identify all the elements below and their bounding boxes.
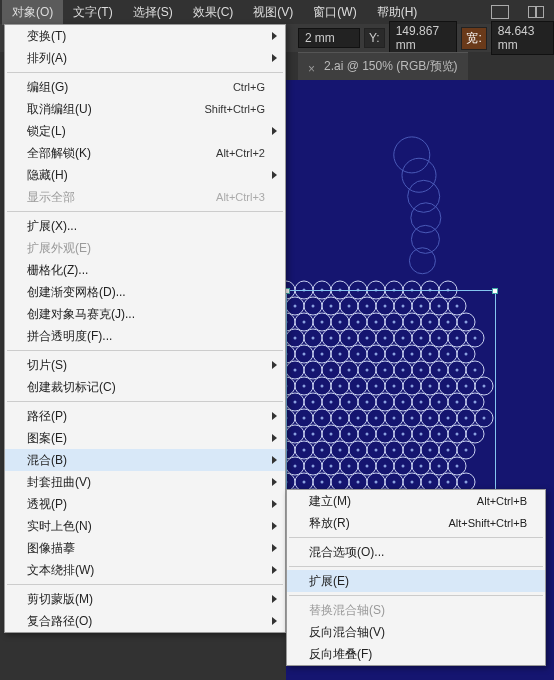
menu-item[interactable]: 创建渐变网格(D)... <box>5 281 285 303</box>
tab-label: 2.ai @ 150% (RGB/预览) <box>324 58 458 75</box>
menu-item[interactable]: 图像描摹 <box>5 537 285 559</box>
menu-item[interactable]: 封套扭曲(V) <box>5 471 285 493</box>
arrange-icon[interactable] <box>524 2 548 22</box>
menu-item[interactable]: 透视(P) <box>5 493 285 515</box>
menu-item-label: 创建渐变网格(D)... <box>27 284 126 301</box>
shortcut: Alt+Ctrl+B <box>477 495 527 507</box>
menu-item[interactable]: 编组(G)Ctrl+G <box>5 76 285 98</box>
submenu-arrow-icon <box>272 478 277 486</box>
menu-item-label: 剪切蒙版(M) <box>27 591 93 608</box>
menu-item[interactable]: 栅格化(Z)... <box>5 259 285 281</box>
svg-point-2 <box>408 180 440 212</box>
submenu-item-label: 释放(R) <box>309 515 350 532</box>
submenu-item-label: 反向混合轴(V) <box>309 624 385 641</box>
menu-item[interactable]: 创建对象马赛克(J)... <box>5 303 285 325</box>
menu-item[interactable]: 隐藏(H) <box>5 164 285 186</box>
y-value[interactable]: 149.867 mm <box>389 21 458 55</box>
menu-item[interactable]: 实时上色(N) <box>5 515 285 537</box>
menu-item[interactable]: 锁定(L) <box>5 120 285 142</box>
shortcut: Alt+Shift+Ctrl+B <box>448 517 527 529</box>
w-value[interactable]: 84.643 mm <box>491 21 554 55</box>
submenu-arrow-icon <box>272 32 277 40</box>
shortcut: Shift+Ctrl+G <box>204 103 265 115</box>
menu-item-label: 隐藏(H) <box>27 167 68 184</box>
menu-item[interactable]: 取消编组(U)Shift+Ctrl+G <box>5 98 285 120</box>
menu-item-label: 文本绕排(W) <box>27 562 94 579</box>
menu-item[interactable]: 剪切蒙版(M) <box>5 588 285 610</box>
menu-item[interactable]: 拼合透明度(F)... <box>5 325 285 347</box>
submenu-item[interactable]: 混合选项(O)... <box>287 541 545 563</box>
menu-item-label: 扩展外观(E) <box>27 240 91 257</box>
svg-point-5 <box>409 248 435 274</box>
menu-item-label: 创建裁切标记(C) <box>27 379 116 396</box>
menu-text[interactable]: 文字(T) <box>63 0 122 25</box>
menu-item-label: 编组(G) <box>27 79 68 96</box>
layout-icon[interactable] <box>488 2 512 22</box>
menu-item[interactable]: 文本绕排(W) <box>5 559 285 581</box>
menu-item[interactable]: 图案(E) <box>5 427 285 449</box>
menu-item[interactable]: 扩展(X)... <box>5 215 285 237</box>
svg-point-1 <box>402 158 436 192</box>
submenu-item-label: 反向堆叠(F) <box>309 646 372 663</box>
menu-item-label: 实时上色(N) <box>27 518 92 535</box>
menu-item-label: 透视(P) <box>27 496 67 513</box>
object-menu: 变换(T)排列(A)编组(G)Ctrl+G取消编组(U)Shift+Ctrl+G… <box>4 24 286 633</box>
blend-submenu: 建立(M)Alt+Ctrl+B释放(R)Alt+Shift+Ctrl+B混合选项… <box>286 489 546 666</box>
submenu-arrow-icon <box>272 127 277 135</box>
menu-item-label: 拼合透明度(F)... <box>27 328 112 345</box>
menu-item-label: 显示全部 <box>27 189 75 206</box>
menu-item[interactable]: 复合路径(O) <box>5 610 285 632</box>
menu-item-label: 排列(A) <box>27 50 67 67</box>
menu-effect[interactable]: 效果(C) <box>183 0 244 25</box>
menu-item[interactable]: 变换(T) <box>5 25 285 47</box>
menu-item[interactable]: 路径(P) <box>5 405 285 427</box>
menu-item: 显示全部Alt+Ctrl+3 <box>5 186 285 208</box>
menu-select[interactable]: 选择(S) <box>123 0 183 25</box>
shortcut: Alt+Ctrl+2 <box>216 147 265 159</box>
menu-item[interactable]: 排列(A) <box>5 47 285 69</box>
menu-item-label: 取消编组(U) <box>27 101 92 118</box>
submenu-item-label: 替换混合轴(S) <box>309 602 385 619</box>
shortcut: Ctrl+G <box>233 81 265 93</box>
menu-item[interactable]: 混合(B) <box>5 449 285 471</box>
submenu-arrow-icon <box>272 566 277 574</box>
menu-item[interactable]: 全部解锁(K)Alt+Ctrl+2 <box>5 142 285 164</box>
menu-item-label: 变换(T) <box>27 28 66 45</box>
submenu-item[interactable]: 释放(R)Alt+Shift+Ctrl+B <box>287 512 545 534</box>
menu-item-label: 切片(S) <box>27 357 67 374</box>
submenu-arrow-icon <box>272 434 277 442</box>
submenu-item-label: 混合选项(O)... <box>309 544 384 561</box>
tab-close-icon[interactable]: × <box>308 62 318 72</box>
menu-item-label: 锁定(L) <box>27 123 66 140</box>
menu-item-label: 扩展(X)... <box>27 218 77 235</box>
menu-item-label: 全部解锁(K) <box>27 145 91 162</box>
submenu-arrow-icon <box>272 500 277 508</box>
menu-item[interactable]: 切片(S) <box>5 354 285 376</box>
submenu-item[interactable]: 扩展(E) <box>287 570 545 592</box>
handle-tr[interactable] <box>492 288 498 294</box>
submenu-arrow-icon <box>272 522 277 530</box>
menu-view[interactable]: 视图(V) <box>243 0 303 25</box>
menu-object[interactable]: 对象(O) <box>2 0 63 25</box>
menu-item-label: 图案(E) <box>27 430 67 447</box>
menu-item[interactable]: 创建裁切标记(C) <box>5 376 285 398</box>
submenu-arrow-icon <box>272 171 277 179</box>
y-label: Y: <box>364 28 385 48</box>
submenu-arrow-icon <box>272 412 277 420</box>
selection-box[interactable] <box>286 290 496 500</box>
menu-item-label: 路径(P) <box>27 408 67 425</box>
svg-point-3 <box>411 203 441 233</box>
menu-window[interactable]: 窗口(W) <box>303 0 366 25</box>
menu-item-label: 图像描摹 <box>27 540 75 557</box>
x-tail: 2 mm <box>298 28 360 48</box>
submenu-item[interactable]: 反向堆叠(F) <box>287 643 545 665</box>
submenu-arrow-icon <box>272 617 277 625</box>
menu-item-label: 复合路径(O) <box>27 613 92 630</box>
menubar: 对象(O) 文字(T) 选择(S) 效果(C) 视图(V) 窗口(W) 帮助(H… <box>0 0 554 24</box>
menu-item-label: 混合(B) <box>27 452 67 469</box>
submenu-arrow-icon <box>272 595 277 603</box>
submenu-item-label: 建立(M) <box>309 493 351 510</box>
submenu-item[interactable]: 反向混合轴(V) <box>287 621 545 643</box>
document-tab[interactable]: × 2.ai @ 150% (RGB/预览) <box>298 52 468 80</box>
submenu-item[interactable]: 建立(M)Alt+Ctrl+B <box>287 490 545 512</box>
